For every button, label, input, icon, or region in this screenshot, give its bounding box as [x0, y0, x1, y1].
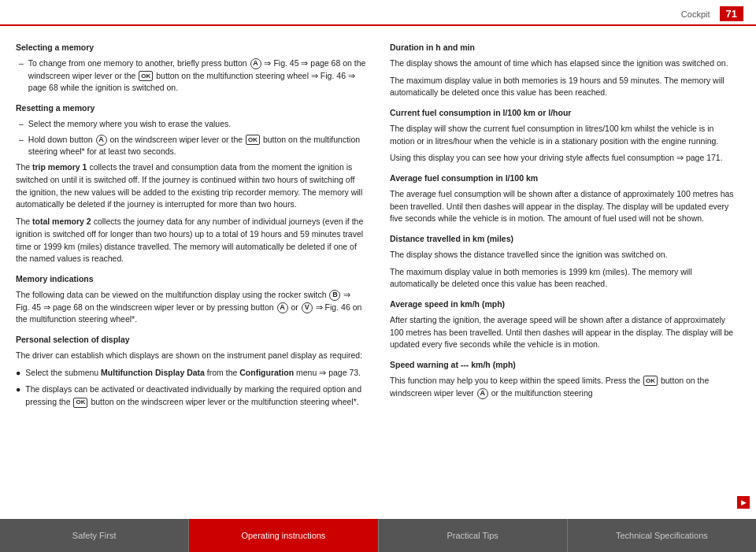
badge-OK: OK: [246, 135, 260, 145]
avg-speed-text: After starting the ignition, the average…: [390, 314, 740, 351]
dash-symbol: –: [19, 134, 24, 159]
section-current-fuel: Current fuel consumption in l/100 km or …: [390, 107, 740, 120]
section-avg-speed: Average speed in km/h (mph): [390, 298, 740, 311]
next-page-arrow[interactable]: [737, 496, 750, 509]
distance-text-1: The display shows the distance travelled…: [390, 249, 740, 261]
badge-A: A: [250, 58, 261, 69]
duration-text-1: The display shows the amount of time whi…: [390, 57, 740, 70]
badge-OK: OK: [73, 398, 87, 408]
dash-text: Hold down button A on the windscreen wip…: [28, 134, 366, 159]
right-column: Duration in h and min The display shows …: [390, 42, 740, 490]
dash-text: To change from one memory to another, br…: [28, 57, 366, 94]
footer-item-operating-instructions[interactable]: Operating instructions: [189, 519, 378, 552]
page-number: 71: [720, 6, 743, 21]
footer-label-safety: Safety First: [72, 531, 117, 540]
distance-text-2: The maximum display value in both memori…: [390, 266, 740, 291]
section-distance: Distance travelled in km (miles): [390, 233, 740, 246]
dash-item: – To change from one memory to another, …: [16, 57, 366, 94]
section-memory-indications: Memory indications: [16, 273, 366, 286]
section-selecting-memory: Selecting a memory: [16, 42, 366, 54]
trip-memory-paragraph: The trip memory 1 collects the travel an…: [16, 161, 366, 211]
badge-A: A: [96, 135, 107, 146]
footer-label-technical: Technical Specifications: [616, 531, 708, 540]
avg-fuel-text: The average fuel consumption will be sho…: [390, 188, 740, 225]
bullet-item-1: ● Select the submenu Multifunction Displ…: [16, 367, 366, 380]
bold-multifunction: Multifunction Display Data: [101, 368, 205, 377]
left-column: Selecting a memory – To change from one …: [16, 42, 366, 490]
section-personal-selection: Personal selection of display: [16, 334, 366, 346]
footer-item-technical-specs[interactable]: Technical Specifications: [568, 519, 756, 552]
badge-OK: OK: [139, 71, 153, 81]
footer-item-safety-first[interactable]: Safety First: [0, 519, 189, 552]
footer-navigation: Safety First Operating instructions Prac…: [0, 519, 756, 552]
section-duration: Duration in h and min: [390, 42, 740, 54]
total-memory-bold: total memory 2: [32, 217, 91, 226]
total-memory-paragraph: The total memory 2 collects the journey …: [16, 216, 366, 265]
bold-configuration: Configuration: [239, 368, 294, 377]
dash-symbol: –: [19, 57, 24, 94]
section-avg-fuel: Average fuel consumption in l/100 km: [390, 172, 740, 185]
bullet-symbol: ●: [16, 383, 20, 409]
badge-A: A: [277, 302, 288, 313]
speed-warning-text: This function may help you to keep withi…: [390, 375, 740, 400]
dash-item: – Select the memory where you wish to er…: [16, 118, 366, 131]
section-speed-warning: Speed warning at --- km/h (mph): [390, 359, 740, 372]
badge-B: B: [329, 290, 340, 301]
section-resetting-memory: Resetting a memory: [16, 102, 366, 115]
memory-indications-text: The following data can be viewed on the …: [16, 289, 366, 326]
main-content: Selecting a memory – To change from one …: [0, 26, 756, 498]
dash-item: – Hold down button A on the windscreen w…: [16, 134, 366, 159]
current-fuel-text-2: Using this display you can see how your …: [390, 152, 740, 165]
bullet-text-2: The displays can be activated or deactiv…: [25, 383, 366, 409]
badge-A: A: [477, 388, 488, 399]
badge-OK: OK: [643, 376, 658, 386]
dash-text: Select the memory where you wish to eras…: [28, 118, 231, 131]
footer-label-operating: Operating instructions: [241, 531, 325, 540]
dash-symbol: –: [19, 118, 24, 131]
bullet-symbol: ●: [16, 367, 20, 380]
page-header: Cockpit 71: [0, 0, 756, 26]
personal-selection-text: The driver can establish which displays …: [16, 350, 366, 362]
footer-item-practical-tips[interactable]: Practical Tips: [379, 519, 568, 552]
current-fuel-text-1: The display will show the current fuel c…: [390, 123, 740, 148]
bullet-item-2: ● The displays can be activated or deact…: [16, 383, 366, 409]
footer-label-practical: Practical Tips: [447, 531, 498, 540]
bullet-text-1: Select the submenu Multifunction Display…: [25, 367, 361, 380]
duration-text-2: The maximum display value in both memori…: [390, 75, 740, 100]
chapter-title: Cockpit: [681, 9, 710, 19]
trip-memory-bold: trip memory 1: [32, 162, 87, 172]
badge-V: V: [302, 302, 313, 313]
